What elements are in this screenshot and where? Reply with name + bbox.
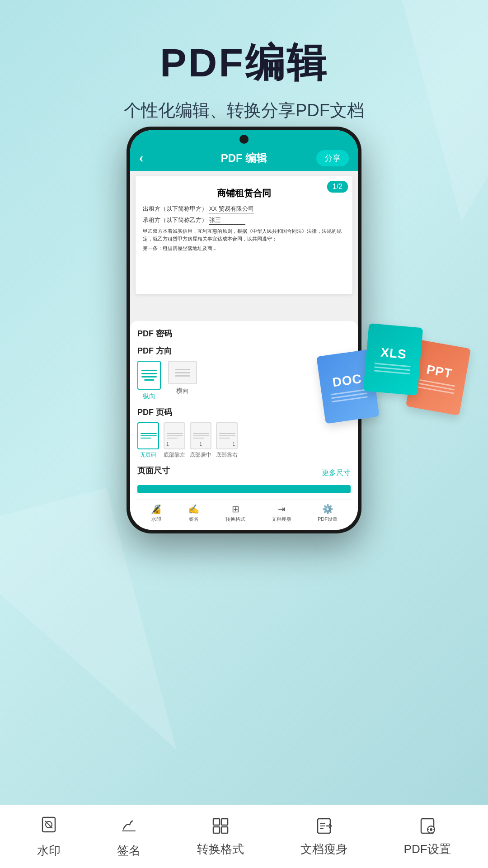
watermark-icon-large: [39, 815, 59, 839]
convert-toolbar-label: 转换格式: [197, 841, 244, 857]
pdf-page-num-label: PDF 页码: [137, 407, 351, 418]
doc-card-xls: XLS: [363, 323, 423, 396]
toolbar-pdf-settings[interactable]: PDF设置: [404, 816, 451, 857]
bottom-right-icon: 1: [216, 422, 238, 449]
document-line-3: 甲乙双方本着诚实信用，互利互惠的原则，根据《中华人民共和国合同法》法律，法规的规…: [143, 227, 345, 242]
bottom-left-option[interactable]: 1 底部靠左: [164, 422, 185, 459]
sign-toolbar-label: 签名: [117, 843, 141, 859]
pdf-settings-label: PDF设置: [318, 516, 338, 523]
pdf-document-preview: 1/2 商铺租赁合同 出租方（以下简称甲方） XX 贸易有限公司 承租方（以下简…: [136, 176, 352, 294]
page-size-label: 页面尺寸: [137, 465, 170, 476]
doc-label: DOC: [332, 371, 363, 390]
share-button[interactable]: 分享: [316, 150, 349, 166]
pdf-settings-icon: ⚙️: [322, 504, 333, 514]
bottom-center-option[interactable]: 1 底部居中: [190, 422, 211, 459]
convert-icon-large: [211, 816, 230, 838]
slim-label: 文档瘦身: [272, 516, 291, 523]
app-title: PDF 编辑: [221, 151, 267, 165]
slim-icon-large: [314, 816, 334, 838]
page-size-section: 页面尺寸 更多尺寸: [137, 465, 351, 493]
nav-convert[interactable]: ⊞ 转换格式: [225, 504, 245, 523]
watermark-toolbar-label: 水印: [37, 843, 61, 859]
back-button[interactable]: ‹: [139, 151, 143, 165]
camera-notch: [239, 135, 249, 144]
landscape-icon: [168, 361, 197, 384]
subtitle: 个性化编辑、转换分享PDF文档: [0, 99, 488, 122]
bottom-right-label: 底部靠右: [216, 451, 238, 459]
svg-rect-6: [221, 827, 228, 833]
nav-watermark[interactable]: 🔏 水印: [150, 504, 162, 523]
svg-point-13: [430, 828, 432, 831]
page-num-options: 无页码 1 底部靠左: [137, 422, 351, 459]
no-page-icon: [137, 422, 159, 449]
pdf-password-label: PDF 密码: [137, 328, 351, 339]
bottom-toolbar: 水印 签名 转换格式: [0, 805, 488, 868]
document-line-4: 第一条：租借房屋坐落地址及商...: [143, 245, 345, 252]
portrait-icon: [137, 361, 161, 390]
bg-decoration-2: [0, 487, 177, 796]
landscape-label: 横向: [176, 387, 189, 395]
document-line-2: 承租方（以下简称乙方） 张三: [143, 216, 345, 225]
slim-icon: ⇥: [278, 504, 286, 514]
bottom-left-icon: 1: [164, 422, 185, 449]
svg-rect-5: [213, 827, 220, 833]
document-title: 商铺租赁合同: [143, 187, 345, 199]
bottom-left-label: 底部靠左: [164, 451, 185, 459]
bottom-center-label: 底部居中: [190, 451, 211, 459]
pdf-settings-icon-large: [418, 816, 437, 838]
document-line-1: 出租方（以下简称甲方） XX 贸易有限公司: [143, 205, 345, 213]
bottom-center-icon: 1: [190, 422, 211, 449]
portrait-option[interactable]: 纵向: [137, 361, 161, 401]
toolbar-watermark[interactable]: 水印: [37, 815, 61, 859]
landscape-option[interactable]: 横向: [168, 361, 197, 401]
sign-icon-large: [119, 815, 139, 839]
sign-label: 签名: [189, 516, 199, 523]
pdf-direction-label: PDF 方向: [137, 345, 351, 356]
toolbar-sign[interactable]: 签名: [117, 815, 141, 859]
nav-sign[interactable]: ✍️ 签名: [188, 504, 199, 523]
watermark-icon: 🔏: [150, 504, 162, 514]
svg-rect-3: [213, 819, 220, 825]
no-page-num-option[interactable]: 无页码: [137, 422, 159, 459]
doc-illustrations: DOC XLS PPT: [321, 316, 474, 443]
ppt-label: PPT: [425, 362, 453, 381]
convert-icon: ⊞: [232, 504, 239, 514]
watermark-label: 水印: [151, 516, 161, 523]
xls-label: XLS: [380, 345, 407, 362]
slim-toolbar-label: 文档瘦身: [300, 841, 347, 857]
convert-label: 转换格式: [225, 516, 245, 523]
page-badge: 1/2: [327, 181, 348, 193]
more-sizes-link[interactable]: 更多尺寸: [322, 468, 351, 478]
portrait-label: 纵向: [143, 392, 155, 401]
pdf-settings-toolbar-label: PDF设置: [404, 841, 451, 857]
nav-slim[interactable]: ⇥ 文档瘦身: [272, 504, 291, 523]
toolbar-slim[interactable]: 文档瘦身: [300, 816, 347, 857]
page-size-bar[interactable]: [137, 485, 351, 493]
phone-bottom-nav: 🔏 水印 ✍️ 签名 ⊞ 转换格式 ⇥ 文档瘦身: [137, 500, 351, 523]
no-page-label: 无页码: [140, 451, 156, 459]
toolbar-convert[interactable]: 转换格式: [197, 816, 244, 857]
page-size-header: 页面尺寸 更多尺寸: [137, 465, 351, 481]
svg-rect-4: [221, 819, 228, 825]
sign-icon: ✍️: [188, 504, 199, 514]
pdf-password-section: PDF 密码: [137, 328, 351, 339]
pdf-page-num-section: PDF 页码 无页码: [137, 407, 351, 459]
bottom-right-option[interactable]: 1 底部靠右: [216, 422, 238, 459]
nav-pdf-settings[interactable]: ⚙️ PDF设置: [318, 504, 338, 523]
